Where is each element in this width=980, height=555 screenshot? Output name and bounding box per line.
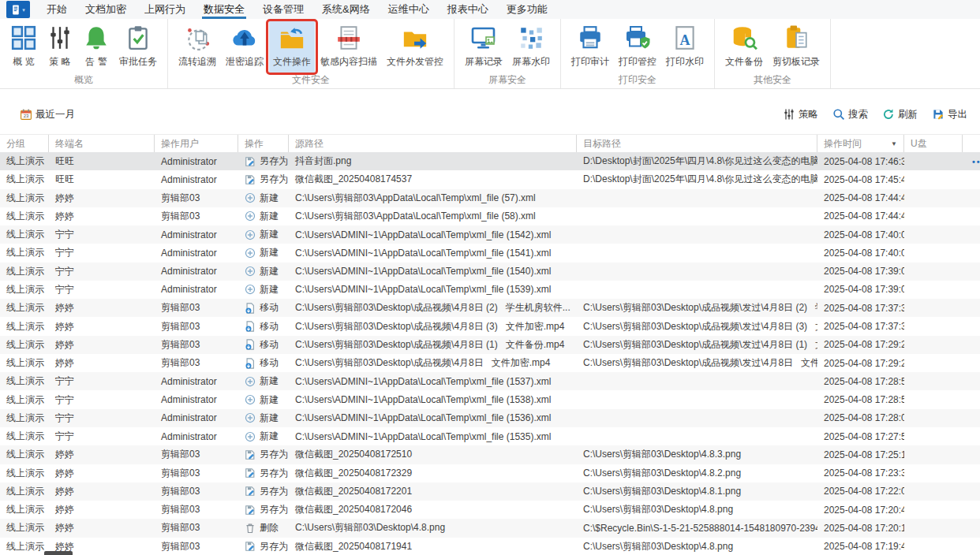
table-row[interactable]: 线上演示婷婷剪辑部03移动C:\Users\剪辑部03\Desktop\成品视频… <box>0 354 980 372</box>
table-row[interactable]: 线上演示婷婷剪辑部03另存为微信截图_20250408172046C:\User… <box>0 501 980 519</box>
tab-文档加密[interactable]: 文档加密 <box>84 0 128 19</box>
operation-cell: 另存为 <box>238 170 289 188</box>
operation-time-cell: 2025-04-08 17:28:00 <box>817 409 904 427</box>
column-header-操作用户[interactable]: 操作用户 <box>155 135 238 152</box>
column-header-操作时间[interactable]: 操作时间▼ <box>817 135 904 152</box>
column-header-操作[interactable]: 操作 <box>238 135 289 152</box>
ribbon-button-文件外发管控[interactable]: 文件外发管控 <box>383 20 447 73</box>
tab-运维中心[interactable]: 运维中心 <box>387 0 431 19</box>
column-header-终端名[interactable]: 终端名 <box>49 135 155 152</box>
operation-cell: 新建 <box>238 189 289 207</box>
row-menu-dots-icon[interactable]: ••• <box>969 157 980 166</box>
operation-label: 移动 <box>260 338 279 352</box>
ribbon-group-buttons: 流转追溯泄密追踪文件操作敏感内容扫描文件外发管控 <box>168 19 454 73</box>
tab-开始[interactable]: 开始 <box>45 0 69 19</box>
table-row[interactable]: 线上演示旺旺Administrator另存为抖音封面.pngD:\Desktop… <box>0 152 980 170</box>
app-menu-button[interactable]: ▾ <box>6 1 30 18</box>
group-cell: 线上演示 <box>0 263 49 281</box>
ribbon-button-label: 审批任务 <box>119 55 157 69</box>
operation-cell: 另存为 <box>238 538 289 555</box>
usb-cell <box>904 354 963 372</box>
ribbon-button-敏感内容扫描[interactable]: 敏感内容扫描 <box>316 20 381 73</box>
column-header-filler <box>963 135 980 152</box>
ribbon-button-屏幕记录[interactable]: 屏幕记录 <box>461 20 507 73</box>
operation-label: 移动 <box>260 356 279 370</box>
user-cell: Administrator <box>155 390 238 408</box>
source-path-cell: C:\Users\ADMINI~1\AppData\Local\Temp\xml… <box>289 225 577 244</box>
operation-time-cell: 2025-04-08 17:39:03 <box>817 281 904 299</box>
ribbon-button-屏幕水印[interactable]: 屏幕水印 <box>508 20 554 73</box>
source-path-cell: C:\Users\ADMINI~1\AppData\Local\Temp\xml… <box>289 263 577 281</box>
ribbon-button-label: 文件备份 <box>725 55 763 69</box>
ribbon-group-buttons: 屏幕记录屏幕水印 <box>454 19 560 73</box>
tab-上网行为[interactable]: 上网行为 <box>143 0 187 19</box>
column-header-目标路径[interactable]: 目标路径 <box>577 135 817 152</box>
operation-time-cell: 2025-04-08 17:20:16 <box>817 519 904 537</box>
row-actions-cell <box>963 244 980 262</box>
table-row[interactable]: 线上演示宁宁Administrator新建C:\Users\ADMINI~1\A… <box>0 281 980 299</box>
column-header-源路径[interactable]: 源路径 <box>289 135 577 152</box>
operation-time-cell: 2025-04-08 17:29:23 <box>817 354 904 372</box>
policy-small-icon <box>783 108 795 121</box>
table-row[interactable]: 线上演示宁宁Administrator新建C:\Users\ADMINI~1\A… <box>0 427 980 445</box>
table-row[interactable]: 线上演示婷婷剪辑部03移动C:\Users\剪辑部03\Desktop\成品视频… <box>0 299 980 317</box>
搜索-button[interactable]: 搜索 <box>832 108 868 121</box>
table-row[interactable]: 线上演示婷婷剪辑部03移动C:\Users\剪辑部03\Desktop\成品视频… <box>0 336 980 354</box>
table-row[interactable]: 线上演示宁宁Administrator新建C:\Users\ADMINI~1\A… <box>0 409 980 427</box>
file-outgoing-folder-icon <box>402 24 428 51</box>
ribbon-tabs: 开始文档加密上网行为数据安全设备管理系统&网络运维中心报表中心更多功能 <box>45 0 549 19</box>
策略-button[interactable]: 策略 <box>783 108 818 121</box>
column-header-U盘[interactable]: U盘 <box>904 135 963 152</box>
move-icon <box>245 303 256 314</box>
ribbon-button-打印审计[interactable]: 打印审计 <box>567 20 613 73</box>
terminal-cell: 婷婷 <box>49 482 155 501</box>
row-actions-cell <box>963 427 980 445</box>
terminal-cell: 宁宁 <box>49 409 155 427</box>
tab-数据安全[interactable]: 数据安全 <box>202 0 246 19</box>
group-cell: 线上演示 <box>0 354 49 372</box>
sort-caret-icon[interactable]: ▼ <box>891 140 897 147</box>
table-row[interactable]: 线上演示婷婷剪辑部03新建C:\Users\剪辑部03\AppData\Loca… <box>0 207 980 225</box>
user-cell: 剪辑部03 <box>155 189 238 207</box>
terminal-cell: 婷婷 <box>49 207 155 225</box>
ribbon-button-策略[interactable]: 策 略 <box>43 20 77 73</box>
table-row[interactable]: 线上演示宁宁Administrator新建C:\Users\ADMINI~1\A… <box>0 244 980 262</box>
row-actions-cell <box>963 372 980 390</box>
table-row[interactable]: 线上演示宁宁Administrator新建C:\Users\ADMINI~1\A… <box>0 225 980 244</box>
ribbon-button-打印管控[interactable]: 打印管控 <box>615 20 660 73</box>
ribbon-button-label: 文件操作 <box>273 55 311 69</box>
table-row[interactable]: 线上演示旺旺Administrator另存为微信截图_2025040817453… <box>0 170 980 188</box>
ribbon-button-泄密追踪[interactable]: 泄密追踪 <box>222 20 267 73</box>
ribbon-button-告警[interactable]: 告 警 <box>79 20 114 73</box>
ribbon-button-打印水印[interactable]: A打印水印 <box>662 20 708 73</box>
table-row[interactable]: 线上演示宁宁Administrator新建C:\Users\ADMINI~1\A… <box>0 372 980 390</box>
user-cell: Administrator <box>155 244 238 262</box>
ribbon-button-文件操作[interactable]: 文件操作 <box>269 20 315 73</box>
ribbon-group-屏幕安全: 屏幕记录屏幕水印屏幕安全 <box>454 19 561 88</box>
table-row[interactable]: 线上演示婷婷剪辑部03另存为微信截图_20250408172510C:\User… <box>0 445 980 464</box>
导出-button[interactable]: 导出 <box>932 108 967 121</box>
table-row[interactable]: 线上演示婷婷剪辑部03新建C:\Users\剪辑部03\AppData\Loca… <box>0 189 980 207</box>
ribbon-button-概览[interactable]: 概 览 <box>6 20 41 73</box>
date-range-filter[interactable]: 23 最近一月 <box>20 108 75 121</box>
operation-time-cell: 2025-04-08 17:20:49 <box>817 501 904 519</box>
table-row[interactable]: 线上演示婷婷剪辑部03删除C:\Users\剪辑部03\Desktop\4.8.… <box>0 519 980 537</box>
ribbon-button-剪切板记录[interactable]: 剪切板记录 <box>769 20 824 73</box>
table-row[interactable]: 线上演示婷婷剪辑部03另存为微信截图_20250408172201C:\User… <box>0 482 980 501</box>
tab-系统&网络[interactable]: 系统&网络 <box>320 0 372 19</box>
ribbon-button-流转追溯[interactable]: 流转追溯 <box>174 20 220 73</box>
table-row[interactable]: 线上演示宁宁Administrator新建C:\Users\ADMINI~1\A… <box>0 263 980 281</box>
tab-更多功能[interactable]: 更多功能 <box>505 0 549 19</box>
tab-设备管理[interactable]: 设备管理 <box>261 0 305 19</box>
tab-报表中心[interactable]: 报表中心 <box>446 0 490 19</box>
刷新-button[interactable]: 刷新 <box>882 108 918 121</box>
table-row[interactable]: 线上演示婷婷剪辑部03移动C:\Users\剪辑部03\Desktop\成品视频… <box>0 317 980 335</box>
column-header-分组[interactable]: 分组 <box>0 135 49 152</box>
table-row[interactable]: 线上演示婷婷剪辑部03另存为微信截图_20250408172329C:\User… <box>0 464 980 482</box>
ribbon-button-文件备份[interactable]: 文件备份 <box>721 20 767 73</box>
table-row[interactable]: 线上演示宁宁Administrator新建C:\Users\ADMINI~1\A… <box>0 390 980 408</box>
user-cell: Administrator <box>155 372 238 390</box>
user-cell: Administrator <box>155 152 238 170</box>
ribbon-button-审批任务[interactable]: 审批任务 <box>115 20 161 73</box>
table-row[interactable]: 线上演示婷婷剪辑部03另存为微信截图_20250408171941C:\User… <box>0 538 980 555</box>
